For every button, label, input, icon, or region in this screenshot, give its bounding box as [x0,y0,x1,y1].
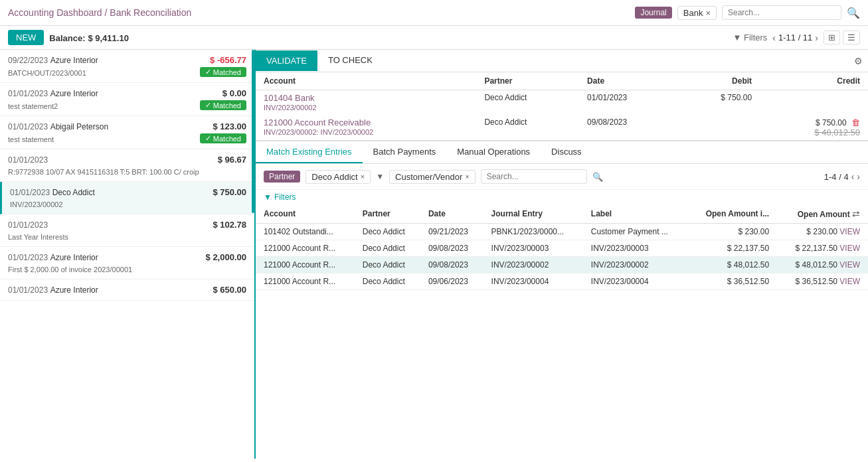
search-input[interactable] [722,5,841,20]
match-date: 09/08/2023 [420,240,483,257]
match-partner: Deco Addict [355,257,420,273]
item-date: 01/01/2023 [8,155,48,165]
item-date: 01/01/2023 [8,89,48,98]
match-row[interactable]: 121000 Account R... Deco Addict 09/06/20… [256,273,868,290]
view-link[interactable]: VIEW [839,227,860,236]
column-settings-button[interactable]: ⇄ [852,208,860,219]
list-item[interactable]: 01/01/2023 Azure Interior $ 0.00 test st… [0,83,254,116]
partner-header: Partner [476,72,579,90]
credit-cell [760,90,868,116]
item-partner: Azure Interior [50,253,98,262]
match-label: INV/2023/00003 [583,240,688,257]
settings-button[interactable]: ⚙ [849,50,868,72]
list-item[interactable]: 01/01/2023 $ 102.78 Last Year Interests [0,214,254,247]
match-row[interactable]: 101402 Outstandi... Deco Addict 09/21/20… [256,224,868,240]
matched-badge: Matched [200,100,246,110]
tab-discuss[interactable]: Discuss [541,141,592,163]
list-item[interactable]: 01/01/2023 Azure Interior $ 650.00 [0,279,254,301]
customer-vendor-close[interactable]: × [465,173,469,181]
bank-filter-close[interactable]: × [705,8,711,18]
match-next-button[interactable]: › [857,171,860,182]
filters-label[interactable]: Filters [274,193,296,202]
kanban-view-button[interactable]: ⊞ [824,31,840,44]
match-open: $ 22,137.50 VIEW [777,240,868,257]
bottom-section: Match Existing Entries Batch Payments Ma… [256,141,868,459]
tab-batch-payments[interactable]: Batch Payments [363,141,447,163]
match-search-icon[interactable]: 🔍 [592,172,603,182]
customer-vendor-pill[interactable]: Customer/Vendor × [389,170,476,184]
match-open-i: $ 22,137.50 [688,240,778,257]
match-open: $ 36,512.50 VIEW [777,273,868,290]
tab-manual-operations[interactable]: Manual Operations [446,141,541,163]
scrollbar[interactable] [252,50,254,213]
match-content: Partner Deco Addict × ▼ Customer/Vendor … [256,164,868,459]
list-item[interactable]: 09/22/2023 Azure Interior $ -656.77 BATC… [0,50,254,83]
match-open: $ 230.00 VIEW [777,224,868,240]
item-ref: test statement [8,135,54,143]
view-link[interactable]: VIEW [839,277,860,286]
funnel-icon: ▼ [376,172,384,181]
item-partner: Azure Interior [50,89,98,98]
header-right: Journal Bank × 🔍 [635,5,860,20]
bank-filter-tag[interactable]: Bank × [677,6,717,20]
match-journal-entry: INV/2023/00002 [483,257,583,273]
item-amount: $ -656.77 [210,55,246,65]
new-button[interactable]: NEW [8,30,44,45]
list-item[interactable]: 01/01/2023 $ 96.67 R:9772938 10/07 AX 94… [0,149,254,182]
partner-cell: Deco Addict [476,115,579,140]
match-prev-button[interactable]: ‹ [851,171,855,182]
list-item[interactable]: 01/01/2023 Abigail Peterson $ 123.00 tes… [0,116,254,149]
match-search-input[interactable] [481,169,587,184]
partner-value-pill[interactable]: Deco Addict × [305,170,371,184]
partner-label: Partner [264,171,300,183]
item-amount: $ 96.67 [218,155,246,165]
col-open-amount: Open Amount ⇄ [777,204,868,224]
col-partner: Partner [355,204,420,224]
list-view-button[interactable]: ☰ [843,31,860,44]
balance-label: Balance: $ 9,411.10 [49,33,129,43]
validate-tab[interactable]: VALIDATE [256,50,317,71]
credit-cell: $ 750.00 🗑 $ 48,012.50 [760,115,868,140]
tab-match-existing[interactable]: Match Existing Entries [256,141,363,163]
filter-icon[interactable]: ▼ [264,193,272,202]
prev-page-button[interactable]: ‹ [772,33,776,43]
match-row[interactable]: 121000 Account R... Deco Addict 09/08/20… [256,240,868,257]
matched-badge: Matched [200,67,246,77]
validate-section: VALIDATE TO CHECK ⚙ Account Partner Date… [256,50,868,141]
delete-icon[interactable]: 🗑 [851,117,860,127]
account-header: Account [256,72,476,90]
match-open: $ 48,012.50 VIEW [777,257,868,273]
bottom-tabs: Match Existing Entries Batch Payments Ma… [256,141,868,164]
item-ref: BATCH/OUT/2023/0001 [8,69,86,77]
journal-label: Journal [635,7,671,19]
partner-filter-close[interactable]: × [361,173,365,181]
view-link[interactable]: VIEW [839,244,860,253]
bank-filter-value: Bank [683,8,703,18]
item-date: 01/01/2023 [10,188,50,197]
account-cell: 121000 Account Receivable INV/2023/00002… [256,115,476,140]
match-label: INV/2023/00004 [583,273,688,290]
match-open-i: $ 36,512.50 [688,273,778,290]
sub-right: ▼ Filters ‹ 1-11 / 11 › ⊞ ☰ [733,31,860,44]
account-cell: 101404 Bank INV/2023/00002 [256,90,476,116]
list-item[interactable]: 01/01/2023 Azure Interior $ 2,000.00 Fir… [0,247,254,279]
match-row-highlighted[interactable]: 121000 Account R... Deco Addict 09/08/20… [256,257,868,273]
item-amount: $ 102.78 [213,220,246,230]
breadcrumb: Accounting Dashboard / Bank Reconciliati… [8,7,191,18]
next-page-button[interactable]: › [815,33,818,43]
pagination: ‹ 1-11 / 11 › [772,33,818,43]
item-partner: Abigail Peterson [50,122,108,131]
match-label: Customer Payment ... [583,224,688,240]
list-item[interactable]: 01/01/2023 Deco Addict $ 750.00 INV/2023… [0,182,254,214]
search-icon-button[interactable]: 🔍 [847,7,860,19]
item-amount: $ 0.00 [222,88,246,98]
col-label: Label [583,204,688,224]
col-open-amount-i: Open Amount i... [688,204,778,224]
left-panel: 09/22/2023 Azure Interior $ -656.77 BATC… [0,50,256,459]
item-partner: Azure Interior [50,56,98,65]
view-link[interactable]: VIEW [839,260,860,270]
account-table: Account Partner Date Debit Credit 101404… [256,72,868,140]
tocheck-tab[interactable]: TO CHECK [317,50,383,72]
match-filters: Partner Deco Addict × ▼ Customer/Vendor … [256,164,868,190]
filters-button[interactable]: ▼ Filters [733,33,767,42]
